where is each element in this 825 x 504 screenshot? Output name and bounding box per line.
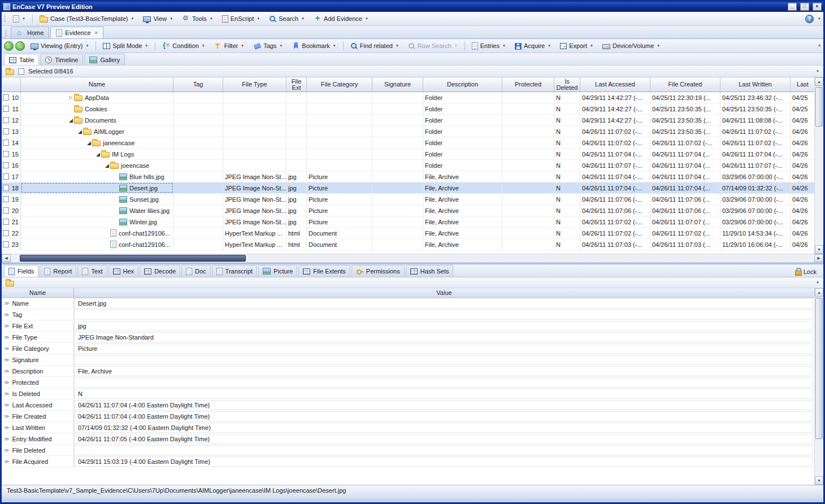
toolbar-viewing-entry-button[interactable]: Viewing (Entry)▼ <box>27 41 93 51</box>
toolbar-raw-search-button[interactable]: Raw Search▼ <box>404 41 462 51</box>
file-name-cell[interactable]: conf-chat129106... <box>21 239 173 250</box>
column-header-signature[interactable]: Signature <box>372 77 423 92</box>
field-name-cell[interactable]: ≫Is Deleted <box>2 388 74 399</box>
field-value-cell[interactable]: jpg <box>74 321 813 331</box>
fields-value-column-header[interactable]: Value <box>74 288 814 297</box>
lock-control[interactable]: Lock <box>795 268 821 277</box>
column-header-description[interactable]: Description <box>423 77 502 92</box>
field-value-cell[interactable] <box>74 310 813 320</box>
field-name-cell[interactable]: ≫Signature <box>2 354 74 366</box>
scroll-down-icon[interactable]: ▼ <box>815 245 823 254</box>
field-value-cell[interactable]: 04/26/11 11:07:04 (-4:00 Eastern Dayligh… <box>74 400 813 410</box>
table-vscroll-thumb[interactable] <box>815 87 823 127</box>
column-header-file_created[interactable]: File Created <box>650 77 720 92</box>
row-checkbox[interactable] <box>3 128 9 134</box>
toolbar-acquire-button[interactable]: Acquire▼ <box>511 41 555 51</box>
pane-tab-hash-sets[interactable]: Hash Sets <box>406 265 454 277</box>
field-name-cell[interactable]: ≫Protected <box>2 377 74 388</box>
toolbar-find-related-button[interactable]: Find related▼ <box>346 41 403 51</box>
tab-home[interactable]: Home <box>11 27 49 38</box>
file-name-cell[interactable]: ◢AIMLogger <box>21 126 173 137</box>
field-name-cell[interactable]: ≫File Type <box>2 332 74 343</box>
column-header-name[interactable]: Name <box>21 77 173 92</box>
fields-name-column-header[interactable]: Name <box>2 288 74 297</box>
view-tab-timeline[interactable]: Timeline <box>40 54 83 65</box>
field-value-cell[interactable] <box>74 377 813 388</box>
file-name-cell[interactable]: Cookies <box>21 103 173 114</box>
row-checkbox[interactable] <box>3 117 9 123</box>
table-hscroll-track[interactable] <box>11 254 814 262</box>
field-name-cell[interactable]: ≫Description <box>2 366 74 377</box>
toolbar-filter-button[interactable]: Filter▼ <box>210 41 248 51</box>
field-name-cell[interactable]: ≫Name <box>2 298 74 309</box>
row-checkbox[interactable] <box>3 151 9 157</box>
fields-vscroll-track[interactable] <box>815 297 823 476</box>
row-checkbox[interactable] <box>3 185 9 191</box>
row-checkbox[interactable] <box>3 162 9 168</box>
pane-tab-transcript[interactable]: Transcript <box>212 265 258 277</box>
file-name-cell[interactable]: ▷AppData <box>21 92 173 103</box>
close-tab-icon[interactable]: × <box>95 30 98 36</box>
menu-view-button[interactable]: View▼ <box>139 14 177 24</box>
file-name-cell[interactable]: ◢joeencase <box>21 160 173 171</box>
column-header-entry_modified[interactable]: Last <box>791 77 814 92</box>
toolbar-tags-button[interactable]: Tags▼ <box>249 41 286 51</box>
pane-tab-file-extents[interactable]: File Extents <box>298 265 350 277</box>
field-value-cell[interactable] <box>74 445 813 455</box>
menubar-overflow-chevron-icon[interactable]: ▼ <box>818 17 821 20</box>
field-name-cell[interactable]: ≫File Category <box>2 343 74 354</box>
row-checkbox[interactable] <box>3 196 9 202</box>
back-button[interactable]: ← <box>4 41 14 51</box>
collapse-icon[interactable]: ◢ <box>104 162 110 169</box>
tab-evidence[interactable]: Evidence× <box>50 27 103 38</box>
toolbar-split-mode-button[interactable]: Split Mode▼ <box>99 41 152 51</box>
pane-tab-text[interactable]: Text <box>77 265 107 277</box>
column-header-file_ext[interactable]: File Ext <box>286 77 307 92</box>
row-checkbox[interactable] <box>3 207 9 214</box>
field-value-cell[interactable]: File, Archive <box>74 366 813 376</box>
expand-icon[interactable]: ▷ <box>68 94 74 101</box>
file-name-cell[interactable]: Blue hills.jpg <box>21 171 173 182</box>
field-value-cell[interactable]: N <box>74 389 813 399</box>
pane-tab-permissions[interactable]: Permissions <box>351 265 405 277</box>
fields-toolbar-chevron-icon[interactable]: ▼ <box>816 281 819 284</box>
toolbar-overflow-chevron-icon[interactable]: ▼ <box>818 44 821 47</box>
pane-tab-decode[interactable]: Decode <box>140 265 180 277</box>
toolbar-device-volume-button[interactable]: Device/Volume▼ <box>598 41 664 51</box>
field-name-cell[interactable]: ≫Tag <box>2 309 74 320</box>
fields-scroll-up-icon[interactable]: ▲ <box>815 288 823 297</box>
scroll-left-icon[interactable]: ◀ <box>2 254 11 262</box>
file-name-cell[interactable]: conf-chat129106... <box>21 228 173 238</box>
toolbar-bookmark-button[interactable]: Bookmark▼ <box>288 41 340 51</box>
column-header-file_type[interactable]: File Type <box>223 77 286 92</box>
file-name-cell[interactable]: ◢janeencase <box>21 137 173 148</box>
fields-vscroll-thumb[interactable] <box>815 298 823 439</box>
file-name-cell[interactable]: Winter.jpg <box>21 216 173 227</box>
pane-tab-picture[interactable]: Picture <box>258 265 297 277</box>
scroll-up-icon[interactable]: ▲ <box>815 77 823 86</box>
row-checkbox[interactable] <box>3 106 9 112</box>
collapse-icon[interactable]: ◢ <box>95 151 101 158</box>
menu-tools-button[interactable]: Tools▼ <box>178 14 217 24</box>
row-checkbox[interactable] <box>3 230 9 236</box>
help-button[interactable]: ? <box>805 15 814 23</box>
menu-enscript-button[interactable]: EnScript▼ <box>218 14 264 24</box>
file-name-cell[interactable]: Sunset.jpg <box>21 194 173 205</box>
pane-tab-hex[interactable]: Hex <box>108 265 139 277</box>
file-name-cell[interactable]: ◢Documents <box>21 115 173 125</box>
pane-tab-doc[interactable]: Doc <box>181 265 211 277</box>
field-value-cell[interactable]: 07/14/09 01:32:32 (-4:00 Eastern Dayligh… <box>74 423 813 433</box>
file-name-cell[interactable]: Desert.jpg <box>21 183 173 193</box>
app-menu-button[interactable]: ▼ <box>9 14 29 24</box>
column-header-is_deleted[interactable]: Is Deleted <box>554 77 580 92</box>
column-header-tag[interactable]: Tag <box>173 77 223 92</box>
collapse-icon[interactable]: ◢ <box>86 140 92 146</box>
toolbar-entries-button[interactable]: Entries▼ <box>468 41 510 51</box>
table-horizontal-scrollbar[interactable]: ◀ ▶ <box>2 254 823 262</box>
field-name-cell[interactable]: ≫File Ext <box>2 320 74 332</box>
column-header-last_written[interactable]: Last Written <box>720 77 791 92</box>
menu-search-button[interactable]: Search▼ <box>265 14 309 24</box>
field-value-cell[interactable] <box>74 355 813 365</box>
row-checkbox[interactable] <box>3 94 9 101</box>
file-name-cell[interactable]: ◢IM Logs <box>21 149 173 159</box>
